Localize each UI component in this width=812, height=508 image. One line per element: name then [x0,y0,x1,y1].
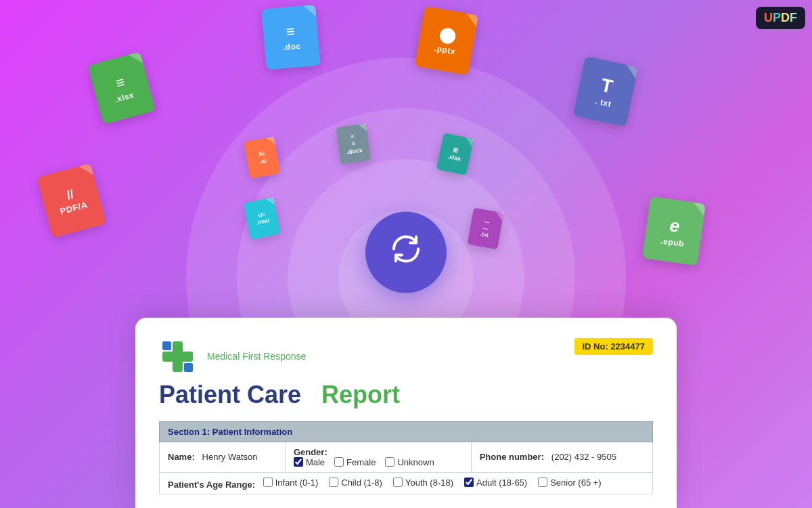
gender-male-checkbox[interactable] [294,457,303,467]
file-icon-txt-small: ——.txt [468,208,504,250]
org-name: Medical First Response [204,351,306,362]
age-child-item[interactable]: Child (1-8) [329,478,382,488]
svg-rect-3 [184,363,193,372]
age-youth-checkbox[interactable] [393,478,403,487]
gender-female-checkbox[interactable] [334,457,344,467]
patient-info-table: Section 1: Patient Information Name: Hen… [159,421,653,495]
name-cell: Name: Henry Watson [160,442,286,472]
svg-rect-1 [162,352,193,362]
file-icon-doc: ≡ .doc [261,5,321,70]
logo-area: Medical First Response [159,338,306,375]
svg-rect-2 [162,341,171,350]
gender-unknown-checkbox[interactable] [385,457,394,467]
age-infant-item[interactable]: Infant (0-1) [263,478,319,488]
updf-logo: UPDF [756,7,805,29]
file-icon-epub: e .epub [642,196,706,266]
gender-female-item[interactable]: Female [334,457,376,467]
file-icon-xlsx-large: ≡ .xlsx [88,51,156,125]
age-youth-item[interactable]: Youth (8-18) [393,478,453,488]
age-range-row: Patient's Age Range: Infant (0-1) Child … [160,472,653,494]
age-senior-checkbox[interactable] [538,478,547,487]
doc-header: Medical First Response ID No: 2234477 [159,338,653,375]
report-title: Patient Care Report [159,381,653,409]
file-icon-pdfa: // PDF/A [37,163,106,238]
age-adult-checkbox[interactable] [464,478,474,487]
section1-header: Section 1: Patient Information [160,421,653,442]
age-senior-item[interactable]: Senior (65 +) [538,478,602,488]
sync-button[interactable] [365,212,447,293]
gender-male-item[interactable]: Male [294,457,325,467]
gender-cell: Gender: Male Female Unknown [285,442,471,472]
age-range-cell: Patient's Age Range: Infant (0-1) Child … [160,472,653,494]
id-badge: ID No: 2234477 [574,338,654,355]
file-icon-ai-small: Ai.ai [244,137,281,179]
age-child-checkbox[interactable] [329,478,338,487]
file-icon-pptx: ⬤ .pptx [415,6,478,76]
medical-cross-icon [159,338,196,375]
file-icon-docx-small: ≡≡.docx [336,123,371,165]
name-gender-row: Name: Henry Watson Gender: Male Female [160,442,653,472]
sync-icon [387,230,425,275]
phone-cell: Phone number: (202) 432 - 9505 [471,442,652,472]
gender-unknown-item[interactable]: Unknown [385,457,434,467]
document-panel: Medical First Response ID No: 2234477 Pa… [135,318,677,509]
gender-group: Male Female Unknown [294,457,463,467]
age-adult-item[interactable]: Adult (18-65) [464,478,527,488]
age-infant-checkbox[interactable] [263,478,273,487]
